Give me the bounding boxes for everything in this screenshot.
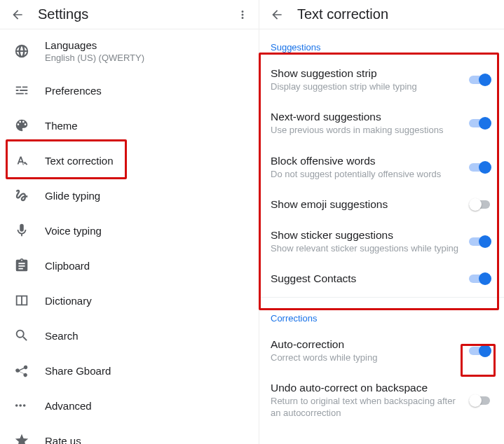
section-header-suggestions: Suggestions — [259, 29, 504, 58]
text-correction-title: Text correction — [297, 6, 497, 22]
settings-item-label: Languages — [45, 39, 252, 51]
dots-horizontal-icon — [14, 398, 45, 413]
settings-item-label: Clipboard — [45, 260, 252, 272]
toggle-switch[interactable] — [469, 235, 493, 248]
gesture-icon — [14, 188, 45, 203]
back-button[interactable] — [266, 8, 287, 22]
settings-item-glide-typing[interactable]: Glide typing — [0, 178, 259, 213]
settings-item-share[interactable]: Share Gboard — [0, 353, 259, 388]
pref-sub: Show relevant sticker suggestions while … — [271, 243, 462, 254]
pref-title: Suggest Contacts — [271, 272, 462, 285]
settings-item-voice-typing[interactable]: Voice typing — [0, 213, 259, 248]
settings-item-advanced[interactable]: Advanced — [0, 388, 259, 423]
pref-next-word-suggestions[interactable]: Next-word suggestions Use previous words… — [259, 102, 504, 145]
settings-list: Languages English (US) (QWERTY) Preferen… — [0, 29, 259, 444]
settings-appbar: Settings — [0, 0, 259, 29]
palette-icon — [14, 118, 45, 133]
settings-title: Settings — [38, 6, 233, 22]
pref-title: Undo auto-correct on backspace — [271, 382, 462, 394]
toggle-switch[interactable] — [469, 198, 493, 211]
pref-title: Show emoji suggestions — [271, 198, 462, 211]
clipboard-icon — [14, 258, 45, 273]
mic-icon — [14, 223, 45, 238]
settings-item-clipboard[interactable]: Clipboard — [0, 248, 259, 283]
settings-panel: Settings Languages English (US) (QWERTY)… — [0, 0, 259, 444]
pref-title: Show sticker suggestions — [271, 229, 462, 242]
pref-sub: Use previous words in making suggestions — [271, 125, 462, 136]
pref-title: Auto-correction — [271, 338, 462, 351]
settings-item-languages[interactable]: Languages English (US) (QWERTY) — [0, 29, 259, 73]
pref-sub: Display suggestion strip while typing — [271, 81, 462, 92]
settings-item-theme[interactable]: Theme — [0, 108, 259, 143]
pref-auto-correction[interactable]: Auto-correction Correct words while typi… — [259, 329, 504, 373]
text-correction-content: Suggestions Show suggestion strip Displa… — [259, 29, 504, 444]
sliders-icon — [14, 83, 45, 98]
pref-show-suggestion-strip[interactable]: Show suggestion strip Display suggestion… — [259, 58, 504, 102]
settings-item-label: Text correction — [45, 155, 252, 167]
pref-block-offensive[interactable]: Block offensive words Do not suggest pot… — [259, 146, 504, 189]
section-header-corrections: Corrections — [259, 300, 504, 329]
pref-undo-auto-correct[interactable]: Undo auto-correct on backspace Return to… — [259, 373, 504, 428]
settings-item-search[interactable]: Search — [0, 318, 259, 353]
toggle-switch[interactable] — [469, 345, 493, 357]
pref-sub: Do not suggest potentially offensive wor… — [271, 169, 462, 180]
pref-title: Show suggestion strip — [271, 67, 462, 80]
text-correction-panel: Text correction Suggestions Show suggest… — [259, 0, 504, 444]
search-icon — [14, 328, 45, 343]
settings-item-sub: English (US) (QWERTY) — [45, 53, 252, 63]
settings-item-label: Search — [45, 330, 252, 342]
settings-item-label: Share Gboard — [45, 365, 252, 377]
pref-emoji-suggestions[interactable]: Show emoji suggestions — [259, 189, 504, 220]
book-icon — [14, 293, 45, 308]
pref-sub: Correct words while typing — [271, 352, 462, 363]
pref-suggest-contacts[interactable]: Suggest Contacts — [259, 263, 504, 294]
globe-icon — [14, 43, 45, 59]
settings-item-label: Dictionary — [45, 295, 252, 307]
settings-item-label: Advanced — [45, 400, 252, 412]
toggle-switch[interactable] — [469, 272, 493, 285]
back-button[interactable] — [7, 8, 28, 22]
toggle-switch[interactable] — [469, 161, 493, 174]
settings-item-label: Theme — [45, 120, 252, 132]
text-correction-icon — [14, 153, 45, 168]
pref-title: Next-word suggestions — [271, 111, 462, 123]
settings-item-label: Preferences — [45, 85, 252, 97]
text-correction-appbar: Text correction — [259, 0, 504, 29]
toggle-switch[interactable] — [469, 74, 493, 86]
settings-item-preferences[interactable]: Preferences — [0, 73, 259, 108]
settings-item-label: Voice typing — [45, 225, 252, 237]
pref-title: Block offensive words — [271, 155, 462, 167]
toggle-switch[interactable] — [469, 394, 493, 407]
settings-item-dictionary[interactable]: Dictionary — [0, 283, 259, 318]
overflow-menu-button[interactable] — [233, 8, 252, 21]
share-icon — [14, 363, 45, 378]
star-icon — [14, 433, 45, 444]
settings-item-label: Glide typing — [45, 190, 252, 202]
settings-item-rate-us[interactable]: Rate us — [0, 423, 259, 444]
pref-sub: Return to original text when backspacing… — [271, 396, 462, 419]
settings-item-label: Rate us — [45, 435, 252, 445]
settings-item-text-correction[interactable]: Text correction — [0, 143, 259, 178]
pref-sticker-suggestions[interactable]: Show sticker suggestions Show relevant s… — [259, 220, 504, 263]
toggle-switch[interactable] — [469, 117, 493, 130]
divider — [259, 297, 504, 298]
